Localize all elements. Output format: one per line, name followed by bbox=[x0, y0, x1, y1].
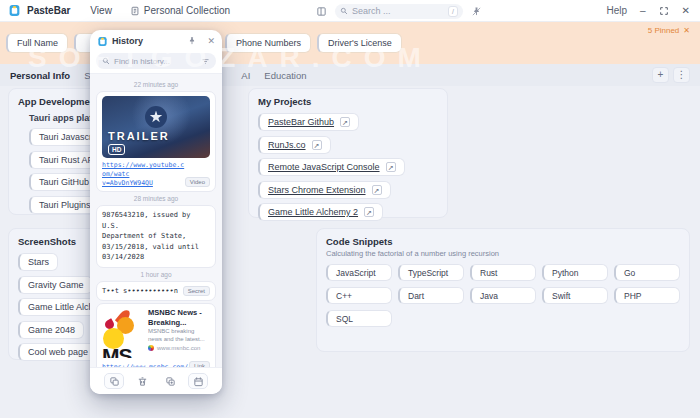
external-link-icon: ↗ bbox=[372, 185, 382, 195]
link-type-badge: Link bbox=[189, 361, 210, 368]
clip-item[interactable]: Rust bbox=[470, 264, 536, 281]
history-timestamp: 28 minutes ago bbox=[96, 195, 216, 202]
search-icon bbox=[102, 57, 110, 65]
pinned-item[interactable]: Phone Numbers bbox=[225, 33, 311, 53]
board-title: Code Snippets bbox=[326, 236, 680, 247]
search-placeholder: Search ... bbox=[352, 6, 391, 16]
history-list[interactable]: 22 minutes ago TRAILER HD https://www.yo… bbox=[90, 73, 222, 368]
pinned-item[interactable]: Full Name bbox=[6, 33, 68, 53]
tab-ai[interactable]: AI bbox=[241, 70, 250, 81]
clip-item[interactable]: C++ bbox=[326, 287, 392, 304]
clip-item[interactable]: PHP bbox=[614, 287, 680, 304]
history-search-placeholder: Find in history... bbox=[114, 57, 197, 66]
link-item[interactable]: RunJs.co↗ bbox=[258, 136, 331, 154]
passport-text: 9876543210, issued by U.S. Department of… bbox=[102, 210, 210, 263]
external-link-icon: ↗ bbox=[312, 140, 322, 150]
link-item[interactable]: Game Little Alchemy 2↗ bbox=[258, 203, 383, 221]
shield-emblem bbox=[145, 106, 167, 128]
close-button[interactable]: ✕ bbox=[682, 6, 690, 16]
clip-item[interactable]: Go bbox=[614, 264, 680, 281]
clip-item[interactable]: Dart bbox=[398, 287, 464, 304]
filter-icon[interactable] bbox=[201, 57, 210, 66]
panel-layout-icon[interactable] bbox=[316, 6, 327, 17]
link-item[interactable]: Remote JavaScript Console↗ bbox=[258, 158, 405, 176]
video-link[interactable]: https://www.youtube.com/watc v=AbvDnYW94… bbox=[102, 161, 185, 187]
history-footer-toolbar bbox=[90, 368, 222, 394]
clip-item[interactable]: Python bbox=[542, 264, 608, 281]
video-type-badge: Video bbox=[185, 177, 210, 187]
clip-item[interactable]: JavaScript bbox=[326, 264, 392, 281]
link-label: Game Little Alchemy 2 bbox=[268, 207, 358, 217]
board-description: Calculating the factorial of a number us… bbox=[326, 249, 680, 258]
app-title: PasteBar bbox=[27, 5, 70, 16]
preview-title: MSNBC News - Breaking... bbox=[148, 308, 210, 327]
link-item[interactable]: PasteBar Github↗ bbox=[258, 113, 359, 131]
unpin-window-icon[interactable] bbox=[471, 6, 482, 17]
history-item-link-preview[interactable]: MS MSNBC News - Breaking... MSNBC breaki… bbox=[96, 303, 216, 368]
clip-item[interactable]: TypeScript bbox=[398, 264, 464, 281]
pinned-count-label: 5 Pinned bbox=[648, 26, 680, 35]
search-shortcut-key: / bbox=[448, 6, 458, 17]
pin-window-icon[interactable] bbox=[187, 36, 197, 46]
clip-item[interactable]: Game 2048 bbox=[18, 321, 84, 339]
link-label: Stars Chrome Extension bbox=[268, 185, 366, 195]
menu-view[interactable]: View bbox=[90, 5, 112, 16]
app-window: PasteBar View Personal Collection Search… bbox=[0, 0, 700, 418]
pinned-item[interactable]: Driver's License bbox=[317, 33, 402, 53]
external-link-icon: ↗ bbox=[364, 207, 374, 217]
board-my-projects: My Projects PasteBar Github↗ RunJs.co↗ R… bbox=[248, 88, 448, 218]
tab-menu-button[interactable]: ⋮ bbox=[673, 67, 690, 83]
history-item-secret[interactable]: T••t s•••••••••••n Secret bbox=[96, 281, 216, 302]
clip-item[interactable]: Swift bbox=[542, 287, 608, 304]
history-popup: History ✕ Find in history... 22 minutes … bbox=[90, 30, 222, 394]
help-link[interactable]: Help bbox=[606, 5, 627, 16]
paste-plus-button[interactable] bbox=[160, 373, 180, 389]
msnbc-logo: MS bbox=[102, 308, 144, 358]
link-label: RunJs.co bbox=[268, 140, 306, 150]
favicon-icon bbox=[148, 345, 154, 351]
hd-badge: HD bbox=[108, 144, 125, 155]
collection-switcher[interactable]: Personal Collection bbox=[130, 5, 230, 16]
add-tab-button[interactable]: + bbox=[652, 67, 669, 83]
history-item-video[interactable]: TRAILER HD https://www.youtube.com/watc … bbox=[96, 91, 216, 192]
clip-item[interactable]: Tauri Plugins bbox=[29, 196, 100, 214]
msnbc-logo-text: MS bbox=[102, 344, 132, 358]
pastebar-logo-icon bbox=[97, 36, 108, 47]
external-link-icon: ↗ bbox=[386, 162, 396, 172]
calendar-button[interactable] bbox=[188, 373, 208, 389]
delete-button[interactable] bbox=[132, 373, 152, 389]
clip-item[interactable]: Gravity Game bbox=[18, 276, 93, 294]
minimize-button[interactable]: – bbox=[640, 6, 646, 16]
collection-name: Personal Collection bbox=[144, 5, 230, 16]
history-close-icon[interactable]: ✕ bbox=[207, 36, 215, 46]
link-item[interactable]: Stars Chrome Extension↗ bbox=[258, 181, 391, 199]
tab-personal-info[interactable]: Personal Info bbox=[10, 70, 70, 81]
secret-masked-text: T••t s•••••••••••n bbox=[102, 286, 178, 297]
trailer-label: TRAILER bbox=[108, 130, 170, 142]
clip-item[interactable]: Java bbox=[470, 287, 536, 304]
maximize-button[interactable] bbox=[659, 6, 669, 16]
board-title: My Projects bbox=[258, 96, 438, 107]
history-title: History bbox=[112, 36, 143, 46]
history-item-text[interactable]: 9876543210, issued by U.S. Department of… bbox=[96, 205, 216, 268]
global-search-input[interactable]: Search ... / bbox=[335, 4, 463, 19]
pastebar-logo-icon bbox=[8, 4, 21, 17]
history-popup-header[interactable]: History ✕ bbox=[90, 30, 222, 52]
preview-description: MSNBC breaking news and the latest... bbox=[148, 328, 210, 344]
pinned-dismiss-icon[interactable]: ✕ bbox=[683, 26, 690, 35]
history-search-input[interactable]: Find in history... bbox=[96, 53, 216, 69]
history-timestamp: 22 minutes ago bbox=[96, 81, 216, 88]
search-icon bbox=[340, 7, 348, 15]
clip-item[interactable]: Stars bbox=[18, 253, 58, 271]
copy-button[interactable] bbox=[104, 373, 124, 389]
video-thumbnail: TRAILER HD bbox=[102, 96, 210, 158]
clip-item[interactable]: Tauri GitHub bbox=[29, 173, 98, 191]
secret-type-badge: Secret bbox=[183, 286, 210, 296]
external-link-icon: ↗ bbox=[340, 117, 350, 127]
history-timestamp: 1 hour ago bbox=[96, 271, 216, 278]
clip-item[interactable]: SQL bbox=[326, 310, 392, 327]
link-label: PasteBar Github bbox=[268, 117, 334, 127]
tab-education[interactable]: Education bbox=[264, 70, 306, 81]
collection-icon bbox=[130, 6, 140, 16]
titlebar: PasteBar View Personal Collection Search… bbox=[0, 0, 700, 22]
